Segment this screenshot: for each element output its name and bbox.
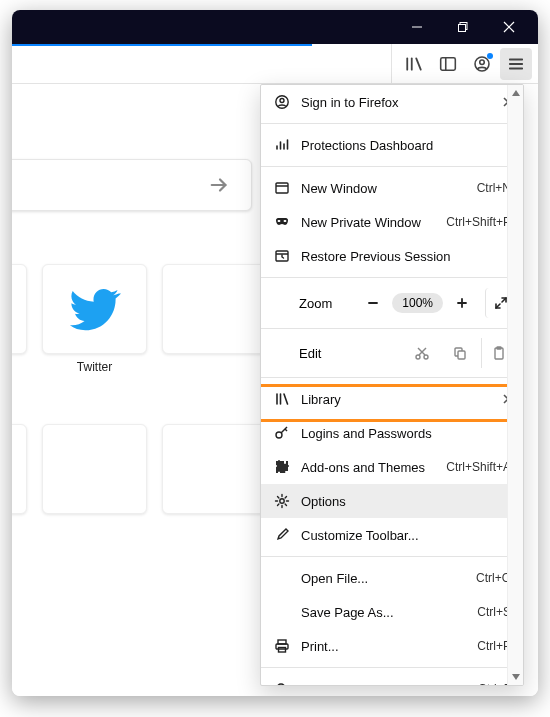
mask-icon — [273, 214, 291, 230]
svg-marker-56 — [512, 674, 520, 680]
menu-item-options[interactable]: Options — [261, 484, 523, 518]
svg-rect-2 — [459, 25, 466, 32]
menu-item-new-window[interactable]: New Window Ctrl+N — [261, 171, 523, 205]
paintbrush-icon — [273, 527, 291, 543]
menu-item-label: Open File... — [301, 571, 466, 586]
menu-item-label: Find in This Page... — [301, 682, 468, 686]
account-notification-dot — [487, 53, 493, 59]
menu-separator — [261, 123, 523, 124]
twitter-icon — [69, 283, 121, 335]
tile-twitter[interactable] — [42, 264, 147, 354]
tile-blank-left[interactable] — [12, 264, 27, 354]
account-toolbar-icon[interactable] — [466, 48, 498, 80]
menu-item-shortcut: Ctrl+N — [477, 181, 511, 195]
svg-line-8 — [416, 58, 421, 69]
restore-icon — [273, 248, 291, 264]
menu-separator — [261, 667, 523, 668]
svg-rect-9 — [441, 57, 456, 69]
zoom-in-button[interactable] — [447, 288, 477, 318]
close-button[interactable] — [486, 10, 532, 44]
cut-button[interactable] — [405, 338, 439, 368]
browser-toolbar — [12, 44, 538, 84]
menu-item-save-page[interactable]: Save Page As... Ctrl+S — [261, 595, 523, 629]
svg-line-45 — [285, 429, 287, 431]
search-bar[interactable] — [12, 159, 252, 211]
scroll-up-button[interactable] — [508, 85, 524, 101]
menu-separator — [261, 328, 523, 329]
edit-label: Edit — [269, 346, 401, 361]
account-icon — [273, 94, 291, 110]
svg-point-32 — [416, 355, 420, 359]
menu-item-label: Print... — [301, 639, 467, 654]
menu-separator — [261, 166, 523, 167]
menu-scrollbar[interactable] — [507, 85, 523, 685]
menu-item-label: Logins and Passwords — [301, 426, 511, 441]
dashboard-icon — [273, 137, 291, 153]
menu-separator — [261, 556, 523, 557]
tile-blank-row2-mid[interactable] — [42, 424, 147, 514]
content-area: Twitter Sign in to Firefox — [12, 84, 538, 696]
menu-item-shortcut: Ctrl+P — [477, 639, 511, 653]
library-toolbar-icon[interactable] — [398, 48, 430, 80]
svg-rect-49 — [279, 648, 286, 653]
tile-twitter-label: Twitter — [42, 360, 147, 374]
menu-item-protections[interactable]: Protections Dashboard — [261, 128, 523, 162]
copy-button[interactable] — [443, 338, 477, 368]
key-icon — [273, 425, 291, 441]
svg-point-12 — [480, 60, 485, 65]
maximize-button[interactable] — [440, 10, 486, 44]
menu-item-label: Library — [301, 392, 491, 407]
svg-line-35 — [418, 348, 425, 355]
menu-item-restore-session[interactable]: Restore Previous Session — [261, 239, 523, 273]
browser-window: Twitter Sign in to Firefox — [12, 10, 538, 696]
svg-rect-23 — [276, 183, 288, 193]
app-menu-panel: Sign in to Firefox Protections Dashboard — [260, 84, 524, 686]
sidebar-toolbar-icon[interactable] — [432, 48, 464, 80]
library-icon — [273, 391, 291, 407]
active-tab-indicator — [12, 44, 312, 46]
tile-blank-right[interactable] — [162, 264, 267, 354]
menu-separator — [261, 277, 523, 278]
menu-item-label: Protections Dashboard — [301, 138, 511, 153]
menu-zoom-row: Zoom 100% — [261, 282, 523, 324]
menu-item-label: New Private Window — [301, 215, 436, 230]
tile-blank-row2-right[interactable] — [162, 424, 267, 514]
menu-item-find[interactable]: Find in This Page... Ctrl+F — [261, 672, 523, 685]
svg-point-18 — [280, 99, 284, 103]
svg-line-42 — [284, 394, 288, 404]
menu-item-signin[interactable]: Sign in to Firefox — [261, 85, 523, 119]
gear-icon — [273, 493, 291, 509]
zoom-out-button[interactable] — [358, 288, 388, 318]
toolbar-right-icons — [392, 44, 538, 83]
menu-item-label: Sign in to Firefox — [301, 95, 491, 110]
zoom-value[interactable]: 100% — [392, 293, 443, 313]
menu-item-customize[interactable]: Customize Toolbar... — [261, 518, 523, 552]
menu-item-label: Restore Previous Session — [301, 249, 511, 264]
window-titlebar — [12, 10, 538, 44]
scroll-down-button[interactable] — [508, 669, 524, 685]
menu-item-new-private-window[interactable]: New Private Window Ctrl+Shift+P — [261, 205, 523, 239]
menu-item-print[interactable]: Print... Ctrl+P — [261, 629, 523, 663]
zoom-label: Zoom — [269, 296, 354, 311]
menu-item-shortcut: Ctrl+Shift+P — [446, 215, 511, 229]
svg-point-33 — [424, 355, 428, 359]
menu-item-open-file[interactable]: Open File... Ctrl+O — [261, 561, 523, 595]
menu-item-shortcut: Ctrl+O — [476, 571, 511, 585]
search-arrow-icon — [209, 174, 231, 196]
menu-item-logins[interactable]: Logins and Passwords — [261, 416, 523, 450]
menu-item-label: Options — [301, 494, 511, 509]
svg-line-34 — [419, 348, 426, 355]
svg-rect-37 — [458, 351, 465, 359]
svg-rect-48 — [276, 644, 288, 649]
menu-item-label: New Window — [301, 181, 467, 196]
svg-rect-39 — [497, 347, 501, 349]
svg-point-46 — [280, 499, 284, 503]
menu-edit-row: Edit — [261, 333, 523, 373]
menu-item-label: Save Page As... — [301, 605, 467, 620]
hamburger-menu-button[interactable] — [500, 48, 532, 80]
menu-item-addons[interactable]: Add-ons and Themes Ctrl+Shift+A — [261, 450, 523, 484]
minimize-button[interactable] — [394, 10, 440, 44]
menu-separator — [261, 377, 523, 378]
tile-blank-row2-left[interactable] — [12, 424, 27, 514]
menu-item-library[interactable]: Library — [261, 382, 523, 416]
